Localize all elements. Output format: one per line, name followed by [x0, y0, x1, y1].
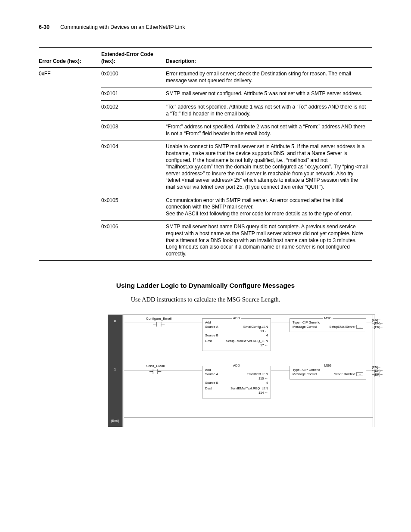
- block-line: Dest: [205, 386, 212, 391]
- block-title: ADD: [232, 316, 241, 320]
- ext-code-cell: 0x0106: [101, 221, 166, 261]
- ellipsis-button-icon[interactable]: ...: [356, 372, 363, 376]
- block-line: Type - CIP Generic: [293, 320, 320, 325]
- rung-outputs: (EN)──(DN)──(ER)─: [372, 318, 383, 329]
- rung-1: Send_EMail─┤ ├─ ADD Add Source AEmailTex…: [122, 362, 375, 410]
- add-block: ADD Add Source AEmailConfig.LEN 13 ← Sou…: [202, 318, 271, 351]
- block-line: Type - CIP Generic: [293, 368, 320, 372]
- block-line: Source B: [205, 381, 218, 385]
- rung-end-label: (End): [108, 419, 122, 423]
- add-block: ADD Add Source AEmailText.LEN 110 ← Sour…: [202, 366, 271, 398]
- xic-contact: Send_EMail─┤ ├─: [146, 364, 165, 374]
- rung-outputs: (EN)──(DN)──(ER)─: [372, 366, 383, 376]
- table-row: 0x0104Unable to connect to SMTP mail ser…: [39, 140, 372, 194]
- desc-cell: Communication error with SMTP mail serve…: [166, 194, 372, 221]
- rung-number: 0: [108, 319, 122, 324]
- rung-number: 1: [108, 367, 122, 372]
- desc-cell: SMTP mail server not configured. Attribu…: [166, 87, 372, 101]
- header-title: Communicating with Devices on an EtherNe…: [60, 24, 185, 31]
- ladder-gutter: 0 1 (End): [108, 315, 122, 427]
- block-line: Add: [205, 368, 268, 372]
- block-line: 110: [258, 376, 264, 380]
- out-en: (EN): [372, 366, 378, 369]
- out-dn: (DN): [374, 322, 380, 325]
- block-line: EmailText.LEN: [247, 372, 268, 376]
- xic-contact: Configure_Email─┤ ├─: [146, 317, 171, 327]
- block-line: Source B: [205, 333, 218, 338]
- col-ext-error: Extended-Error Code (hex):: [101, 48, 166, 68]
- table-row: 0x0106SMTP mail server host name DNS que…: [39, 221, 372, 261]
- ext-code-cell: 0x0105: [101, 194, 166, 221]
- page-number: 6-30: [39, 24, 50, 31]
- ext-code-cell: 0x0103: [101, 121, 166, 140]
- out-er: (ER): [374, 326, 380, 329]
- desc-cell: Error returned by email server; check th…: [166, 68, 372, 87]
- block-line: 4: [266, 381, 268, 385]
- table-row: 0x0103“From:” address not specified. Att…: [39, 121, 372, 140]
- table-row: 0x0105Communication error with SMTP mail…: [39, 194, 372, 221]
- block-line: SendEMailText: [334, 372, 355, 376]
- col-error-code: Error Code (hex):: [39, 48, 101, 68]
- block-line: 4: [266, 333, 268, 338]
- wire: [124, 417, 373, 418]
- ext-code-cell: 0x0104: [101, 140, 166, 194]
- ext-code-cell: 0x0100: [101, 68, 166, 87]
- out-dn: (DN): [374, 369, 380, 372]
- block-line: Message Control: [293, 325, 317, 329]
- block-line: EmailConfig.LEN: [243, 325, 268, 329]
- block-title: ADD: [232, 364, 241, 368]
- section-heading: Using Ladder Logic to Dynamically Config…: [39, 281, 372, 290]
- block-line: Dest: [205, 339, 212, 343]
- desc-cell: “From:” address not specified. Attribute…: [166, 121, 372, 140]
- desc-cell: SMTP mail server host name DNS query did…: [166, 221, 372, 261]
- table-row: 0x0102“To:” address not specified. Attri…: [39, 101, 372, 121]
- section-body: Use ADD instructions to calculate the MS…: [39, 296, 372, 304]
- table-row: 0xFF0x0100Error returned by email server…: [39, 68, 372, 87]
- block-line: Message Control: [293, 372, 317, 376]
- xic-label: Configure_Email: [146, 317, 171, 321]
- xic-symbol-icon: ─┤ ├─: [146, 322, 171, 327]
- error-code-table: Error Code (hex): Extended-Error Code (h…: [39, 47, 372, 261]
- xic-label: Send_EMail: [146, 364, 165, 369]
- section: Using Ladder Logic to Dynamically Config…: [39, 281, 372, 304]
- block-line: Source A: [205, 372, 218, 376]
- block-line: Add: [205, 320, 268, 325]
- block-line: SendEMailText.REQ_LEN: [230, 386, 268, 391]
- msg-block: MSG Type - CIP Generic Message ControlSe…: [290, 318, 366, 332]
- ladder-diagram: 0 1 (End) Configure_Email─┤ ├─ ADD Add S…: [108, 314, 375, 427]
- block-line: SetupEMailServer.REQ_LEN: [226, 339, 268, 343]
- msg-block: MSG Type - CIP Generic Message ControlSe…: [290, 366, 366, 380]
- table-row: 0x0101SMTP mail server not configured. A…: [39, 87, 372, 101]
- ext-code-cell: 0x0102: [101, 101, 166, 121]
- block-line: 13: [260, 329, 264, 333]
- block-line: SetupEMailServer: [329, 325, 355, 329]
- desc-cell: Unable to connect to SMTP mail server se…: [166, 140, 372, 194]
- out-en: (EN): [372, 318, 378, 321]
- out-er: (ER): [374, 373, 380, 376]
- desc-cell: “To:” address not specified. Attribute 1…: [166, 101, 372, 121]
- block-title: MSG: [323, 316, 333, 320]
- page-header: 6-30 Communicating with Devices on an Et…: [39, 24, 372, 31]
- col-description: Description:: [166, 48, 372, 68]
- ellipsis-button-icon[interactable]: ...: [356, 325, 363, 329]
- xic-symbol-icon: ─┤ ├─: [146, 369, 165, 374]
- ext-code-cell: 0x0101: [101, 87, 166, 101]
- block-line: 114: [258, 391, 264, 395]
- error-code-cell: 0xFF: [39, 68, 101, 87]
- rung-end: [122, 410, 375, 427]
- block-line: 17: [260, 343, 264, 347]
- block-title: MSG: [323, 364, 333, 368]
- rung-0: Configure_Email─┤ ├─ ADD Add Source AEma…: [122, 315, 375, 362]
- block-line: Source A: [205, 325, 218, 329]
